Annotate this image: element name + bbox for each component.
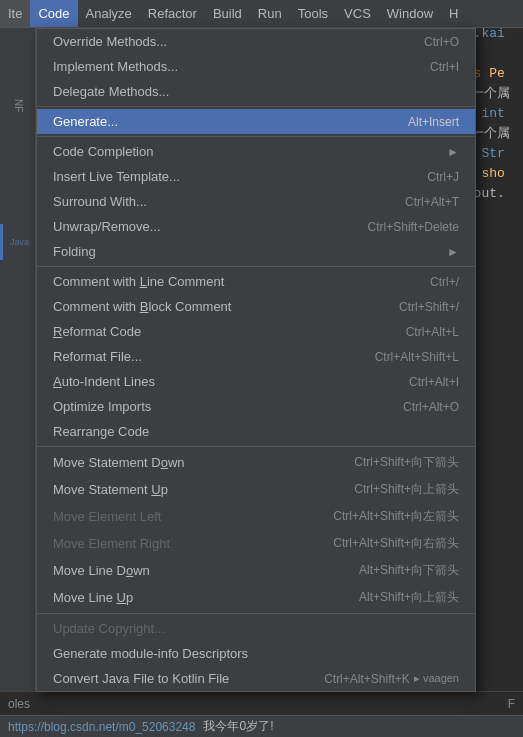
menu-item-h[interactable]: H [441,0,466,27]
menu-surround-with[interactable]: Surround With... Ctrl+Alt+T [37,189,475,214]
menu-delegate-methods[interactable]: Delegate Methods... [37,79,475,104]
menu-move-element-right[interactable]: Move Element Right Ctrl+Alt+Shift+向右箭头 [37,530,475,557]
divider-4 [37,446,475,447]
menu-unwrap-remove[interactable]: Unwrap/Remove... Ctrl+Shift+Delete [37,214,475,239]
divider-3 [37,266,475,267]
menu-move-statement-down[interactable]: Move Statement Down Ctrl+Shift+向下箭头 [37,449,475,476]
code-dropdown-menu: Override Methods... Ctrl+O Implement Met… [36,28,476,692]
menu-implement-methods[interactable]: Implement Methods... Ctrl+I [37,54,475,79]
sidebar-left: NF Java [0,28,36,715]
menu-item-code[interactable]: Code [30,0,77,27]
menu-item-vcs[interactable]: VCS [336,0,379,27]
menu-update-copyright[interactable]: Update Copyright... [37,616,475,641]
divider-1 [37,106,475,107]
divider-2 [37,136,475,137]
menu-optimize-imports[interactable]: Optimize Imports Ctrl+Alt+O [37,394,475,419]
menu-item-window[interactable]: Window [379,0,441,27]
menu-item-ite[interactable]: Ite [0,0,30,27]
menu-folding[interactable]: Folding ► [37,239,475,264]
menu-reformat-file[interactable]: Reformat File... Ctrl+Alt+Shift+L [37,344,475,369]
sidebar-icon-1: NF [0,88,36,124]
notification-left-text: oles [8,697,30,711]
sidebar-icon-java: Java [0,224,36,260]
menu-rearrange-code[interactable]: Rearrange Code [37,419,475,444]
menu-generate-module-info[interactable]: Generate module-info Descriptors [37,641,475,666]
menu-item-refactor[interactable]: Refactor [140,0,205,27]
menu-override-methods[interactable]: Override Methods... Ctrl+O [37,29,475,54]
status-text: 我今年0岁了! [203,718,273,735]
status-url: https://blog.csdn.net/m0_52063248 [8,720,195,734]
menu-move-line-down[interactable]: Move Line Down Alt+Shift+向下箭头 [37,557,475,584]
menu-auto-indent[interactable]: Auto-Indent Lines Ctrl+Alt+I [37,369,475,394]
menu-comment-block[interactable]: Comment with Block Comment Ctrl+Shift+/ [37,294,475,319]
menu-generate[interactable]: Generate... Alt+Insert [37,109,475,134]
menu-convert-java-kotlin[interactable]: Convert Java File to Kotlin File Ctrl+Al… [37,666,475,691]
status-bar: https://blog.csdn.net/m0_52063248 我今年0岁了… [0,715,523,737]
menu-code-completion[interactable]: Code Completion ► [37,139,475,164]
notification-bar: oles F [0,691,523,715]
divider-5 [37,613,475,614]
menu-move-statement-up[interactable]: Move Statement Up Ctrl+Shift+向上箭头 [37,476,475,503]
menu-move-line-up[interactable]: Move Line Up Alt+Shift+向上箭头 [37,584,475,611]
menu-item-tools[interactable]: Tools [290,0,336,27]
menu-move-element-left[interactable]: Move Element Left Ctrl+Alt+Shift+向左箭头 [37,503,475,530]
menu-bar: Ite Code Analyze Refactor Build Run Tool… [0,0,523,28]
notification-right-text: F [508,697,515,711]
menu-item-analyze[interactable]: Analyze [78,0,140,27]
menu-item-run[interactable]: Run [250,0,290,27]
menu-insert-live-template[interactable]: Insert Live Template... Ctrl+J [37,164,475,189]
menu-item-build[interactable]: Build [205,0,250,27]
menu-comment-line[interactable]: Comment with Line Comment Ctrl+/ [37,269,475,294]
menu-reformat-code[interactable]: Reformat Code Ctrl+Alt+L [37,319,475,344]
